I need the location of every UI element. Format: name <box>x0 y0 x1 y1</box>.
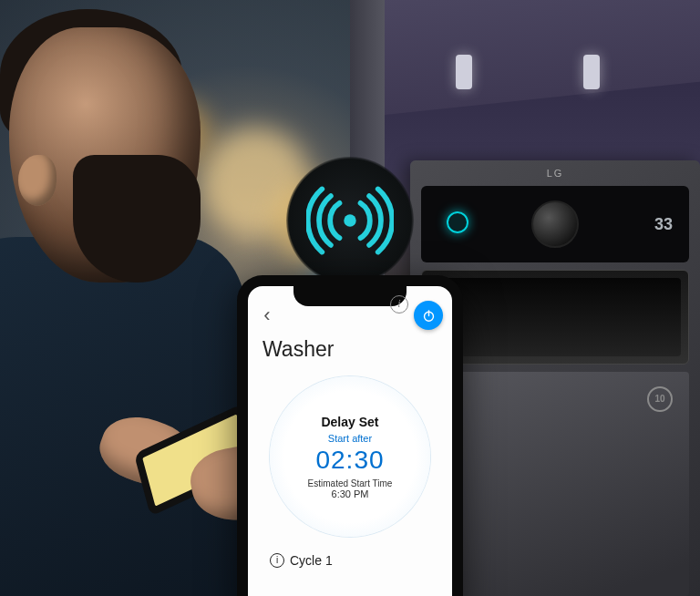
washer-brand-label: LG <box>547 168 564 179</box>
delay-heading: Delay Set <box>321 415 378 429</box>
svg-point-0 <box>344 214 355 226</box>
person-ear <box>18 155 57 206</box>
back-button[interactable]: ‹ <box>257 305 277 325</box>
washer-dial-knob <box>531 200 579 248</box>
washer-warranty-badge: 10 <box>647 386 673 412</box>
person-beard <box>73 155 201 283</box>
cycle-info-icon: i <box>270 553 284 568</box>
power-icon <box>421 308 437 324</box>
ceiling-spotlight <box>583 55 600 89</box>
info-icon[interactable]: i <box>390 295 408 313</box>
wireless-signal-icon <box>286 157 414 284</box>
estimated-start-label: Estimated Start Time <box>308 478 393 488</box>
cycle-row[interactable]: i Cycle 1 <box>248 553 452 568</box>
power-button[interactable] <box>414 301 443 330</box>
marketing-split-scene: LG 33 10 ‹ i <box>0 0 700 596</box>
estimated-start-time: 6:30 PM <box>332 488 369 499</box>
washer-power-led-icon <box>447 211 468 233</box>
washer-control-panel: 33 <box>421 186 689 262</box>
app-title: Washer <box>248 337 452 371</box>
ceiling-spotlight <box>456 55 472 89</box>
delay-timer-value: 02:30 <box>315 446 384 475</box>
washer-time-readout: 33 <box>654 215 673 234</box>
ceiling <box>350 0 700 118</box>
cycle-label: Cycle 1 <box>290 553 333 568</box>
chevron-left-icon: ‹ <box>263 305 270 325</box>
smartphone-app-mockup: ‹ i Washer Delay Set Start after 02:30 E… <box>237 275 463 596</box>
delay-status-card[interactable]: Delay Set Start after 02:30 Estimated St… <box>270 376 430 537</box>
start-after-label: Start after <box>328 433 372 444</box>
